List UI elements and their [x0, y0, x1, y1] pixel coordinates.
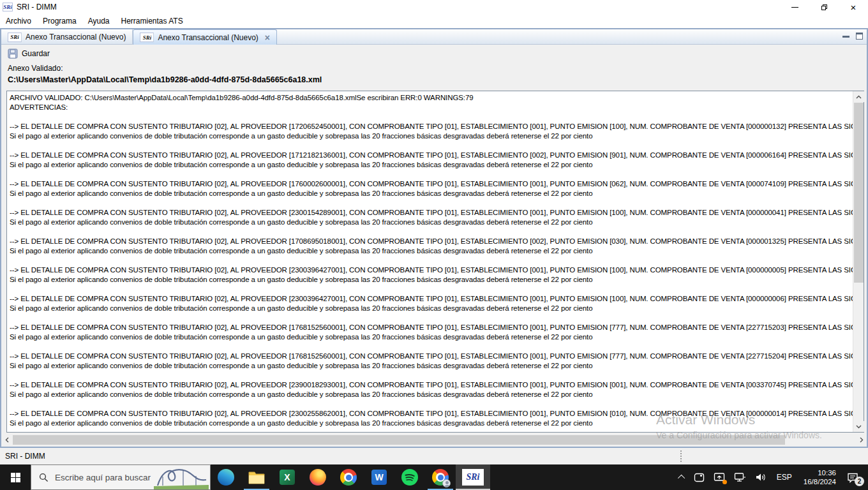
- save-button[interactable]: Guardar: [22, 49, 50, 58]
- taskbar-app-icons: X W SRi: [211, 464, 490, 490]
- restore-button[interactable]: [809, 0, 839, 14]
- taskbar-search[interactable]: [31, 464, 211, 490]
- taskbar: X W SRi: [0, 464, 868, 490]
- scroll-left-arrow[interactable]: [1, 434, 12, 445]
- restore-icon: [821, 4, 827, 10]
- scroll-up-arrow[interactable]: [853, 91, 864, 102]
- sri-tab-icon: SRi: [8, 33, 22, 42]
- close-icon: ×: [851, 3, 857, 12]
- clock-date: 16/8/2024: [804, 477, 836, 486]
- taskbar-firefox-icon[interactable]: [303, 464, 333, 490]
- view-maximize-icon[interactable]: [856, 33, 863, 40]
- tab-close-icon[interactable]: ×: [265, 33, 270, 43]
- close-button[interactable]: ×: [839, 0, 868, 14]
- notification-center-button[interactable]: 2: [842, 464, 868, 490]
- tray-network-button[interactable]: [730, 464, 751, 490]
- log-blank-line: [10, 170, 853, 179]
- taskbar-chrome-profile-icon[interactable]: [425, 464, 456, 490]
- windows-logo-icon: [11, 473, 20, 482]
- log-blank-line: [10, 112, 853, 122]
- warning-line2: Si el pago al exterior aplicando conveni…: [10, 304, 853, 313]
- scroll-down-arrow[interactable]: [853, 421, 864, 432]
- taskbar-edge-icon[interactable]: [211, 464, 241, 490]
- log-advertencias-label: ADVERTENCIAS:: [10, 103, 853, 112]
- search-icon: [39, 473, 49, 482]
- vertical-scrollbar[interactable]: [853, 91, 864, 432]
- warning-line2: Si el pago al exterior aplicando conveni…: [10, 218, 853, 227]
- log-blank-line: [10, 428, 853, 432]
- sri-tab-icon: SRi: [140, 33, 154, 42]
- taskbar-chrome-icon[interactable]: [333, 464, 364, 490]
- tabstrip: SRi Anexo Transaccional (Nuevo) SRi Anex…: [1, 29, 867, 45]
- statusbar-grip: [680, 450, 682, 462]
- search-input[interactable]: [55, 473, 157, 482]
- validation-log: ARCHIVO VALIDADO: C:\Users\Master\AppDat…: [7, 91, 853, 432]
- warning-line2: Si el pago al exterior aplicando conveni…: [10, 361, 853, 371]
- warning-line1: --> EL DETALLE DE COMPRA CON SUSTENTO TR…: [10, 208, 853, 218]
- window-title: SRI - DIMM: [17, 3, 57, 11]
- warning-line2: Si el pago al exterior aplicando conveni…: [10, 332, 853, 342]
- view-minimize-icon[interactable]: [842, 36, 849, 41]
- rollercoaster-image: [154, 465, 209, 489]
- tab-label: Anexo Transaccional (Nuevo): [158, 33, 258, 42]
- menu-ayuda[interactable]: Ayuda: [82, 15, 116, 27]
- taskbar-file-explorer-icon[interactable]: [241, 464, 272, 490]
- menu-herramientas-ats[interactable]: Herramientas ATS: [116, 15, 189, 27]
- taskbar-word-icon[interactable]: W: [364, 464, 394, 490]
- toolbar: Guardar: [8, 48, 50, 59]
- warning-line2: Si el pago al exterior aplicando conveni…: [10, 246, 853, 256]
- tray-app-icon-1[interactable]: [689, 464, 709, 490]
- statusbar-text: SRI - DIMM: [5, 452, 45, 461]
- log-header-line: ARCHIVO VALIDADO: C:\Users\Master\AppDat…: [10, 93, 853, 103]
- scroll-right-arrow[interactable]: [856, 434, 867, 445]
- validated-file-path: C:\Users\Master\AppData\Local\Temp\da1b9…: [8, 75, 322, 84]
- warning-line1: --> EL DETALLE DE COMPRA CON SUSTENTO TR…: [10, 294, 853, 304]
- taskbar-excel-icon[interactable]: X: [272, 464, 303, 490]
- log-blank-line: [10, 141, 853, 151]
- log-blank-line: [10, 285, 853, 294]
- clock-time: 10:36: [804, 468, 836, 477]
- horizontal-scrollbar[interactable]: [1, 434, 867, 445]
- vertical-scroll-thumb[interactable]: [854, 103, 864, 283]
- log-blank-line: [10, 256, 853, 265]
- language-indicator[interactable]: ESP: [771, 464, 798, 490]
- statusbar: SRI - DIMM: [0, 448, 868, 464]
- warning-line1: --> EL DETALLE DE COMPRA CON SUSTENTO TR…: [10, 352, 853, 361]
- volume-icon: [755, 472, 767, 482]
- app-icon: SRi: [3, 3, 13, 11]
- log-blank-line: [10, 198, 853, 208]
- menu-archivo[interactable]: Archivo: [0, 15, 37, 27]
- taskbar-sri-dimm-icon[interactable]: SRi: [456, 464, 490, 490]
- warning-line1: --> EL DETALLE DE COMPRA CON SUSTENTO TR…: [10, 409, 853, 419]
- tray-expand-button[interactable]: [675, 464, 689, 490]
- content-panel: Guardar Anexo Validado: C:\Users\Master\…: [1, 45, 867, 447]
- warning-line1: --> EL DETALLE DE COMPRA CON SUSTENTO TR…: [10, 151, 853, 160]
- warning-line1: --> EL DETALLE DE COMPRA CON SUSTENTO TR…: [10, 323, 853, 332]
- save-icon[interactable]: [8, 48, 18, 59]
- chevron-up-icon: [678, 475, 685, 482]
- log-blank-line: [10, 227, 853, 237]
- taskbar-clock[interactable]: 10:36 16/8/2024: [798, 464, 842, 490]
- titlebar: SRi SRI - DIMM ×: [0, 0, 868, 14]
- tray-volume-button[interactable]: [751, 464, 771, 490]
- log-warnings: --> EL DETALLE DE COMPRA CON SUSTENTO TR…: [10, 122, 853, 432]
- tab-label: Anexo Transaccional (Nuevo): [26, 33, 126, 41]
- log-blank-line: [10, 342, 853, 352]
- validation-log-area[interactable]: ARCHIVO VALIDADO: C:\Users\Master\AppDat…: [6, 91, 864, 433]
- warning-line2: Si el pago al exterior aplicando conveni…: [10, 189, 853, 198]
- log-blank-line: [10, 371, 853, 380]
- minimize-button[interactable]: [780, 0, 809, 14]
- menu-programa[interactable]: Programa: [37, 15, 82, 27]
- main-frame: SRi Anexo Transaccional (Nuevo) SRi Anex…: [0, 28, 868, 448]
- start-button[interactable]: [0, 464, 31, 490]
- warning-line2: Si el pago al exterior aplicando conveni…: [10, 390, 853, 399]
- app-root: SRi SRI - DIMM × Archivo Programa Ayuda …: [0, 0, 868, 490]
- minimize-icon: [791, 7, 798, 8]
- tab-anexo-transaccional-1[interactable]: SRi Anexo Transaccional (Nuevo): [1, 29, 133, 45]
- tray-cast-button[interactable]: [709, 464, 730, 490]
- horizontal-scroll-thumb[interactable]: [13, 435, 785, 445]
- tab-anexo-transaccional-2[interactable]: SRi Anexo Transaccional (Nuevo) ×: [133, 29, 277, 45]
- taskbar-spotify-icon[interactable]: [394, 464, 425, 490]
- warning-line2: Si el pago al exterior aplicando conveni…: [10, 131, 853, 141]
- warning-line2: Si el pago al exterior aplicando conveni…: [10, 419, 853, 428]
